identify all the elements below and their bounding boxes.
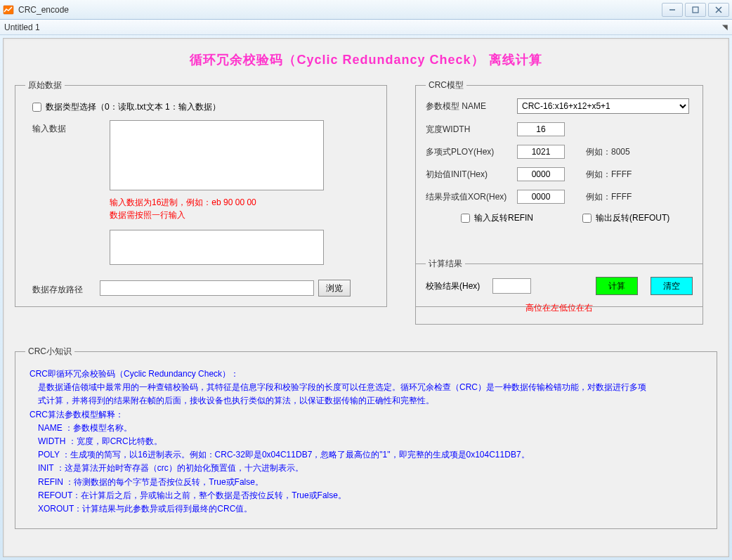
titlebar-left: CRC_encode xyxy=(3,4,69,15)
page-title: 循环冗余校验码（Cyclic Redundancy Check） 离线计算 xyxy=(15,51,717,68)
input-data-textarea[interactable] xyxy=(110,120,324,190)
titlebar: CRC_encode xyxy=(0,0,732,20)
model-xor-row: 结果异或值XOR(Hex) 例如：FFFF xyxy=(426,190,693,204)
window-title: CRC_encode xyxy=(18,5,69,15)
k-line8: INIT ：这是算法开始时寄存器（crc）的初始化预置值，十六进制表示。 xyxy=(30,462,702,475)
svg-rect-2 xyxy=(693,7,698,13)
model-poly-row: 多项式PLOY(Hex) 例如：8005 xyxy=(426,145,693,159)
app-icon xyxy=(3,4,14,15)
clear-button[interactable]: 清空 xyxy=(651,277,693,295)
k-line3: 式计算，并将得到的结果附在帧的后面，接收设备也执行类似的算法，以保证数据传输的正… xyxy=(30,394,702,408)
menubar: Untitled 1 ◥ xyxy=(0,20,732,35)
result-group: 计算结果 校验结果(Hex) 计算 清空 高位在左低位在右 xyxy=(415,258,703,325)
poly-label: 多项式PLOY(Hex) xyxy=(426,146,517,158)
refout-label: 输出反转(REFOUT) xyxy=(596,212,669,224)
k-line11: XOROUT：计算结果与此参数异或后得到最终的CRC值。 xyxy=(30,502,702,516)
menu-arrow-icon[interactable]: ◥ xyxy=(722,23,728,31)
xor-input[interactable] xyxy=(517,190,565,204)
model-name-select[interactable]: CRC-16:x16+x12+x5+1 xyxy=(517,98,689,114)
calculate-button[interactable]: 计算 xyxy=(596,277,638,295)
xor-example: 例如：FFFF xyxy=(586,191,632,203)
width-label: 宽度WIDTH xyxy=(426,124,517,136)
data-type-row: 数据类型选择（0：读取.txt文本 1：输入数据） xyxy=(25,98,377,120)
refout-checkbox[interactable] xyxy=(582,214,592,223)
crc-model-legend: CRC模型 xyxy=(426,79,466,91)
hint-line2: 数据需按照一行输入 xyxy=(110,209,377,221)
knowledge-content: CRC即循环冗余校验码（Cyclic Redundancy Check）： 是数… xyxy=(25,365,707,519)
path-input[interactable] xyxy=(100,280,314,296)
content-area: 循环冗余校验码（Cyclic Redundancy Check） 离线计算 原始… xyxy=(3,38,729,557)
k-line6: WIDTH ：宽度，即CRC比特数。 xyxy=(30,435,702,448)
k-line7: POLY ：生成项的简写，以16进制表示。例如：CRC-32即是0x04C11D… xyxy=(30,448,702,462)
k-line10: REFOUT：在计算后之后，异或输出之前，整个数据是否按位反转，True或Fal… xyxy=(30,489,702,502)
path-label: 数据存放路径 xyxy=(32,281,96,296)
poly-input[interactable] xyxy=(517,145,565,159)
k-line9: REFIN ：待测数据的每个字节是否按位反转，True或False。 xyxy=(30,476,702,489)
k-line2: 是数据通信领域中最常用的一种查错校验码，其特征是信息字段和校验字段的长度可以任意… xyxy=(30,381,702,394)
hint-line1: 输入数据为16进制，例如：eb 90 00 00 xyxy=(110,196,377,209)
knowledge-legend: CRC小知识 xyxy=(25,346,74,358)
model-name-label: 参数模型 NAME xyxy=(426,100,517,112)
init-input[interactable] xyxy=(517,167,565,181)
init-label: 初始值INIT(Hex) xyxy=(426,169,517,181)
maximize-button[interactable] xyxy=(685,3,706,17)
window-controls xyxy=(660,3,729,17)
k-line5: NAME ：参数模型名称。 xyxy=(30,422,702,435)
model-name-row: 参数模型 NAME CRC-16:x16+x12+x5+1 xyxy=(426,98,693,114)
raw-data-legend: 原始数据 xyxy=(25,79,65,91)
result-legend: 计算结果 xyxy=(426,258,465,270)
model-width-row: 宽度WIDTH xyxy=(426,122,693,136)
xor-label: 结果异或值XOR(Hex) xyxy=(426,191,517,203)
check-result-label: 校验结果(Hex) xyxy=(426,280,480,292)
input-data-row: 输入数据 xyxy=(25,120,377,190)
menu-tab[interactable]: Untitled 1 xyxy=(4,22,40,32)
refin-checkbox[interactable] xyxy=(461,214,470,223)
width-input[interactable] xyxy=(517,122,565,136)
raw-data-group: 原始数据 数据类型选择（0：读取.txt文本 1：输入数据） 输入数据 输入数据… xyxy=(15,79,387,307)
refin-label: 输入反转REFIN xyxy=(474,212,533,224)
path-row: 数据存放路径 浏览 xyxy=(25,280,377,297)
input-hint: 输入数据为16进制，例如：eb 90 00 00 数据需按照一行输入 xyxy=(25,196,377,221)
init-example: 例如：FFFF xyxy=(586,169,632,181)
k-line4: CRC算法参数模型解释： xyxy=(30,408,702,422)
main-window: CRC_encode Untitled 1 ◥ 循环冗余校验码（Cyclic R… xyxy=(0,0,732,560)
result-hint: 高位在左低位在右 xyxy=(426,302,693,314)
poly-example: 例如：8005 xyxy=(586,146,630,158)
minimize-button[interactable] xyxy=(662,3,683,17)
refout-check-item: 输出反转(REFOUT) xyxy=(582,212,669,224)
model-init-row: 初始值INIT(Hex) 例如：FFFF xyxy=(426,167,693,181)
refin-check-item: 输入反转REFIN xyxy=(461,212,533,224)
close-button[interactable] xyxy=(708,3,729,17)
data-type-checkbox[interactable] xyxy=(32,103,41,112)
knowledge-group: CRC小知识 CRC即循环冗余校验码（Cyclic Redundancy Che… xyxy=(15,346,717,529)
result-row: 校验结果(Hex) 计算 清空 xyxy=(426,277,693,295)
input-data-label: 输入数据 xyxy=(32,120,110,135)
reflect-checks: 输入反转REFIN 输出反转(REFOUT) xyxy=(426,212,693,224)
browse-button[interactable]: 浏览 xyxy=(318,280,351,297)
data-type-label: 数据类型选择（0：读取.txt文本 1：输入数据） xyxy=(46,101,221,113)
k-line1: CRC即循环冗余校验码（Cyclic Redundancy Check）： xyxy=(30,367,702,381)
secondary-textarea[interactable] xyxy=(110,230,324,265)
check-result-input[interactable] xyxy=(492,278,531,294)
